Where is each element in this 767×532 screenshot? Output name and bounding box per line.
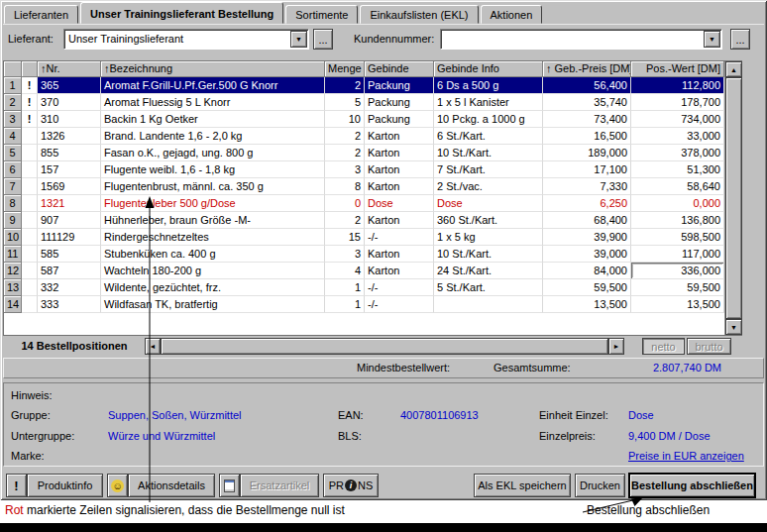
cell-gebinde[interactable]: Karton [365,161,434,178]
cell-gebinde[interactable]: Packung [365,94,434,111]
cell-nr[interactable]: 585 [38,246,101,263]
cell-gebinde-info[interactable]: 10 Pckg. a 1000 g [434,111,543,128]
row-number[interactable]: 6 [4,161,22,178]
row-number[interactable]: 12 [4,263,22,279]
cell-gebinde-info[interactable]: 5 St./Kart. [434,279,543,296]
aktionsdetails-icon-button[interactable]: ☺ [107,474,128,497]
cell-pos-wert[interactable]: 58,640 [631,178,724,195]
produktinfo-icon-button[interactable]: ! [6,474,27,497]
prins-button[interactable]: PRiNS [323,474,379,497]
cell-geb-preis[interactable]: 6,250 [543,195,631,212]
cell-nr[interactable]: 587 [38,263,101,279]
tab-einkaufslisten-ekl[interactable]: Einkaufslisten (EKL) [360,5,478,24]
cell-menge[interactable]: 8 [325,178,365,195]
header-bezeichnung[interactable]: ↑Bezeichnung [101,61,325,77]
cell-menge[interactable]: 2 [325,145,365,161]
cell-pos-wert[interactable]: 33,000 [631,128,724,145]
cell-geb-preis[interactable]: 39,900 [543,229,631,246]
cell-pos-wert[interactable]: 59,500 [631,279,724,296]
cell-menge[interactable]: 1 [325,279,365,296]
cell-pos-wert[interactable]: 117,000 [631,246,724,263]
cell-nr[interactable]: 1569 [38,178,101,195]
cell-gebinde[interactable]: Karton [365,263,434,279]
row-number[interactable]: 3 [4,111,22,128]
cell-geb-preis[interactable]: 16,500 [543,128,631,145]
row-number[interactable]: 2 [4,94,22,111]
cell-nr[interactable]: 157 [38,161,101,178]
table-row[interactable]: 12 587 Wachteln 180-200 g 4 Karton 24 St… [4,263,724,279]
row-number[interactable]: 8 [4,195,22,212]
netto-toggle[interactable]: netto [642,338,685,355]
lieferant-dropdown-button[interactable]: ▼ [290,31,307,48]
cell-menge[interactable]: 5 [325,94,365,111]
row-number[interactable]: 1 [4,77,22,94]
cell-bezeichnung[interactable]: Flugente weibl. 1,6 - 1,8 kg [101,161,325,178]
ersatzartikel-icon-button[interactable] [219,474,240,497]
cell-bezeichnung[interactable]: Fasan o.K., gejagd, ung. 800 g [101,145,325,161]
table-row[interactable]: 2 ! 370 Aromat Fluessig 5 L Knorr 5 Pack… [4,94,724,111]
lieferant-more-button[interactable]: ... [313,29,333,50]
cell-geb-preis[interactable]: 73,400 [543,111,631,128]
hscroll-right-button[interactable]: ► [608,338,624,355]
header-menge[interactable]: Menge [325,61,365,77]
cell-pos-wert[interactable]: 378,000 [631,145,724,161]
cell-geb-preis[interactable]: 7,330 [543,178,631,195]
row-number[interactable]: 9 [4,212,22,229]
tab-aktionen[interactable]: Aktionen [481,5,543,24]
cell-pos-wert[interactable]: 13,500 [631,296,724,313]
cell-menge[interactable]: 4 [325,263,365,279]
hscroll-left-button[interactable]: ◄ [145,338,161,355]
header-pos-wert[interactable]: Pos.-Wert [DM] [631,61,724,77]
header-alert[interactable] [22,61,38,77]
preise-in-eur-link[interactable]: Preise in EUR anzeigen [628,449,744,463]
header-nr[interactable]: ↑Nr. [38,61,101,77]
cell-pos-wert[interactable]: 51,300 [631,161,724,178]
cell-pos-wert[interactable]: 336,000 [631,263,724,279]
cell-gebinde-info[interactable]: 6 Ds a 500 g [434,77,543,94]
table-row[interactable]: 6 157 Flugente weibl. 1,6 - 1,8 kg 3 Kar… [4,161,724,178]
cell-gebinde-info[interactable]: Dose [434,195,543,212]
cell-gebinde-info[interactable]: 10 St./Kart. [434,246,543,263]
hscroll-thumb[interactable] [161,338,608,355]
cell-gebinde-info[interactable]: 10 St./Kart. [434,145,543,161]
cell-menge[interactable]: 15 [325,229,365,246]
cell-geb-preis[interactable]: 39,000 [543,246,631,263]
cell-gebinde-info[interactable]: 6 St./Kart. [434,128,543,145]
row-number[interactable]: 14 [4,296,22,313]
cell-menge[interactable]: 2 [325,128,365,145]
cell-gebinde[interactable]: Karton [365,246,434,263]
cell-bezeichnung[interactable]: Wachteln 180-200 g [101,263,325,279]
cell-bezeichnung[interactable]: Wildfasan TK, bratfertig [101,296,325,313]
header-corner[interactable] [4,61,22,77]
row-number[interactable]: 13 [4,279,22,296]
table-row[interactable]: 10 111129 Rindergeschnetzeltes 15 -/- 1 … [4,229,724,246]
cell-menge[interactable]: 3 [325,161,365,178]
cell-gebinde-info[interactable]: 360 St./Kart. [434,212,543,229]
table-row[interactable]: 4 1326 Brand. Landente 1,6 - 2,0 kg 2 Ka… [4,128,724,145]
cell-geb-preis[interactable]: 35,740 [543,94,631,111]
cell-gebinde[interactable]: Karton [365,128,434,145]
table-row[interactable]: 3 ! 310 Backin 1 Kg Oetker 10 Packung 10… [4,111,724,128]
cell-geb-preis[interactable]: 56,400 [543,77,631,94]
cell-gebinde[interactable]: Packung [365,77,434,94]
cell-bezeichnung[interactable]: Backin 1 Kg Oetker [101,111,325,128]
cell-gebinde-info[interactable]: 2 St./vac. [434,178,543,195]
cell-pos-wert[interactable]: 0,000 [631,195,724,212]
cell-geb-preis[interactable]: 17,100 [543,161,631,178]
table-row[interactable]: 9 907 Hühnerleber, braun Größe -M- 2 Kar… [4,212,724,229]
cell-bezeichnung[interactable]: Flugentenbrust, männl. ca. 350 g [101,178,325,195]
cell-geb-preis[interactable]: 84,000 [543,263,631,279]
lieferant-combobox[interactable]: Unser Trainingslieferant ▼ [63,29,309,50]
scroll-up-button[interactable]: ▲ [725,61,742,77]
cell-nr[interactable]: 310 [38,111,101,128]
ersatzartikel-button[interactable]: Ersatzartikel [240,474,319,497]
cell-menge[interactable]: 1 [325,296,365,313]
cell-gebinde-info[interactable]: 7 St./Kart. [434,161,543,178]
cell-menge[interactable]: 10 [325,111,365,128]
cell-pos-wert[interactable]: 178,700 [631,94,724,111]
cell-nr[interactable]: 111129 [38,229,101,246]
cell-bezeichnung[interactable]: Brand. Landente 1,6 - 2,0 kg [101,128,325,145]
scroll-down-button[interactable]: ▼ [725,319,742,335]
cell-pos-wert[interactable]: 112,800 [631,77,724,94]
cell-gebinde-info[interactable] [434,296,543,313]
